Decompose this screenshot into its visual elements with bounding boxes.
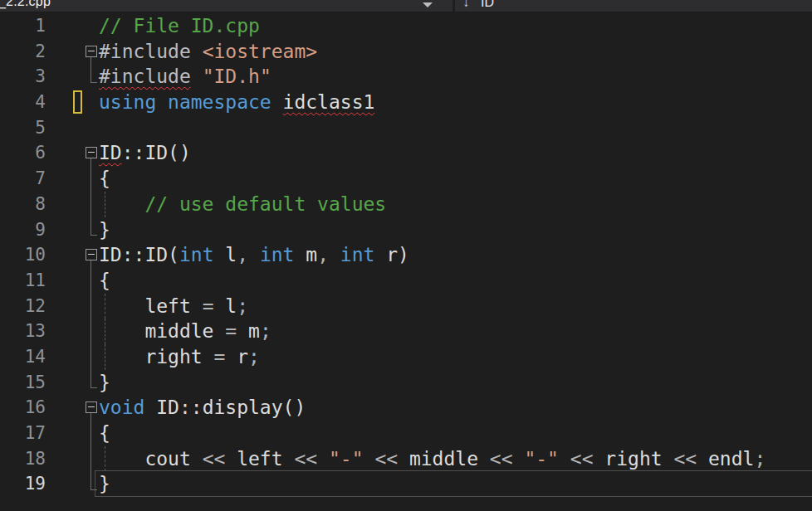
token: l <box>213 295 237 317</box>
token: r <box>225 346 248 367</box>
code-line: 3#include "ID.h" <box>0 64 812 90</box>
indent-guide <box>105 192 105 217</box>
token <box>364 448 375 470</box>
code-line: 12 left = l; <box>0 294 812 319</box>
fold-toggle-icon[interactable] <box>86 249 97 260</box>
code-text[interactable]: { <box>99 268 812 294</box>
fold-scope-line <box>90 260 91 268</box>
token: << <box>673 448 708 470</box>
line-number: 10 <box>0 242 46 268</box>
code-text[interactable] <box>99 115 812 141</box>
fold-toggle-icon[interactable] <box>86 402 97 413</box>
code-line: 5 <box>0 115 812 141</box>
code-text[interactable]: middle = m; <box>99 319 812 344</box>
token: middle <box>99 320 225 342</box>
token: { <box>99 422 110 444</box>
change-tracking-margin <box>46 268 83 294</box>
token: ::ID() <box>122 142 191 163</box>
code-line: 13 middle = m; <box>0 319 812 344</box>
code-line: 9} <box>0 217 812 243</box>
line-number: 5 <box>0 115 46 141</box>
file-dropdown-label: _2.2.cpp <box>0 0 51 9</box>
token: , <box>237 244 260 265</box>
token: "-" <box>524 448 559 470</box>
token: << <box>490 448 525 470</box>
line-number: 19 <box>0 471 46 497</box>
fold-margin <box>83 446 99 472</box>
code-line: 6ID::ID() <box>0 140 812 166</box>
token: = <box>213 346 225 367</box>
code-text[interactable]: } <box>99 217 812 243</box>
code-text[interactable]: #include <iostream> <box>99 39 812 65</box>
code-text[interactable]: void ID::display() <box>99 395 812 421</box>
code-text[interactable]: #include "ID.h" <box>99 64 812 90</box>
line-number: 6 <box>0 140 46 166</box>
change-tracking-margin <box>46 319 83 344</box>
token: right <box>604 448 673 470</box>
token: ID <box>99 142 122 163</box>
code-text[interactable]: left = l; <box>99 294 812 319</box>
code-line: 18 cout << left << "-" << middle << "-" … <box>0 446 812 472</box>
indent-guide <box>105 446 105 472</box>
token: int <box>179 244 214 265</box>
change-tracking-margin <box>46 344 83 370</box>
change-tracking-margin <box>46 370 83 396</box>
token: // File ID.cpp <box>99 15 260 36</box>
token: = <box>203 295 214 317</box>
fold-scope-line <box>90 158 91 166</box>
code-text[interactable]: // File ID.cpp <box>99 13 812 39</box>
line-number: 18 <box>0 446 46 472</box>
token: <iostream> <box>203 41 317 62</box>
line-number: 8 <box>0 192 46 217</box>
token: idclass1 <box>283 91 375 113</box>
change-tracking-margin <box>46 13 83 39</box>
code-text[interactable]: using namespace idclass1 <box>99 90 812 115</box>
code-text[interactable]: { <box>99 166 812 192</box>
token: , <box>317 244 340 265</box>
token: { <box>99 168 110 189</box>
token: { <box>99 270 110 291</box>
code-text[interactable]: } <box>99 370 812 396</box>
code-text[interactable]: } <box>99 471 812 497</box>
code-text[interactable]: right = r; <box>99 344 812 370</box>
indent-guide <box>105 344 105 370</box>
code-editor[interactable]: 1// File ID.cpp2#include <iostream>3#inc… <box>0 13 812 511</box>
line-number: 16 <box>0 395 46 421</box>
line-number: 14 <box>0 344 46 370</box>
code-text[interactable]: // use default values <box>99 192 812 217</box>
token: r <box>374 244 398 265</box>
chevron-down-icon <box>423 2 433 7</box>
token: int <box>340 244 375 265</box>
fold-toggle-icon[interactable] <box>86 46 97 57</box>
fold-margin <box>83 421 99 446</box>
code-text[interactable]: cout << left << "-" << middle << "-" << … <box>99 446 812 472</box>
code-line: 19} <box>0 471 812 497</box>
fold-margin <box>83 395 99 421</box>
line-number: 13 <box>0 319 46 344</box>
fold-margin <box>83 90 99 115</box>
token: middle <box>409 448 490 470</box>
token: << <box>374 448 409 470</box>
token: << <box>294 448 329 470</box>
change-tracking-margin <box>46 471 83 497</box>
token: ) <box>398 244 409 265</box>
code-text[interactable]: ID::ID(int l, int m, int r) <box>99 242 812 268</box>
token: << <box>570 448 605 470</box>
token: void <box>99 397 144 418</box>
token: } <box>99 219 110 241</box>
file-dropdown[interactable]: _2.2.cpp <box>0 0 452 12</box>
token: cout <box>99 448 203 470</box>
line-number: 7 <box>0 166 46 192</box>
member-dropdown[interactable]: ↓ ID <box>455 0 812 12</box>
token: = <box>225 320 237 342</box>
code-text[interactable]: ID::ID() <box>99 140 812 166</box>
fold-toggle-icon[interactable] <box>86 147 97 158</box>
code-text[interactable]: { <box>99 421 812 446</box>
fold-margin <box>83 471 99 497</box>
fold-scope-line <box>90 192 91 217</box>
fold-margin <box>83 294 99 319</box>
token: endl <box>708 448 754 470</box>
line-number: 17 <box>0 421 46 446</box>
unsaved-change-marker <box>73 90 82 114</box>
change-tracking-margin <box>46 90 83 115</box>
